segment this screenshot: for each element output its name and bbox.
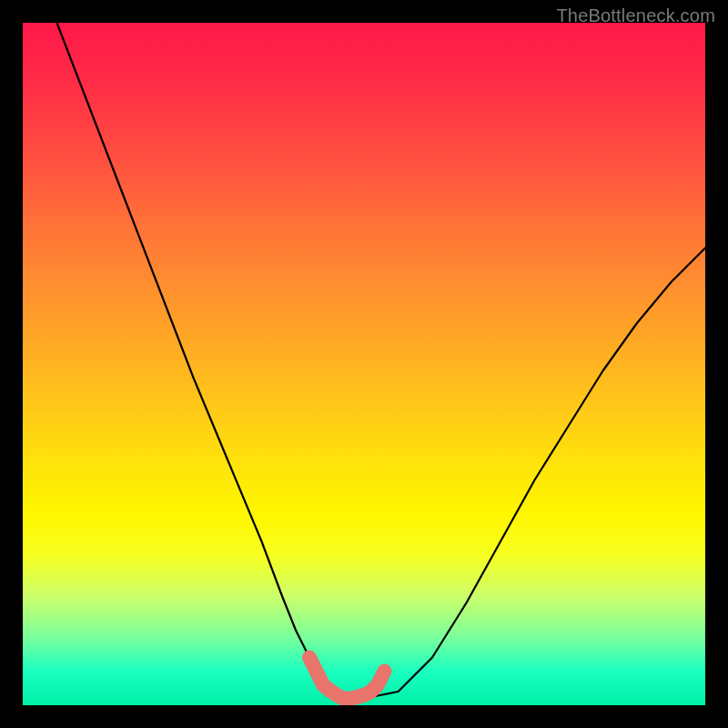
highlight-marker [23,23,705,705]
plot-area [23,23,705,705]
chart-stage: TheBottleneck.com [0,0,728,728]
watermark-label: TheBottleneck.com [556,5,715,26]
